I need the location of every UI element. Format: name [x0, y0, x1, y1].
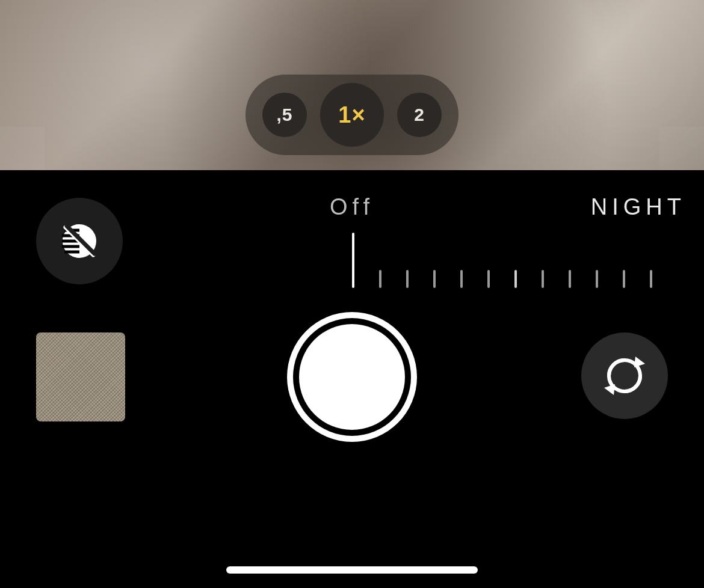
zoom-option-tele[interactable]: 2 — [397, 93, 442, 137]
dial-tick — [542, 270, 544, 288]
last-photo-thumbnail[interactable] — [36, 332, 125, 421]
dial-tick — [623, 270, 625, 288]
filters-off-icon — [58, 220, 100, 262]
zoom-selector: ,5 1× 2 — [245, 75, 459, 155]
zoom-option-label: 2 — [414, 105, 425, 125]
dial-tick — [487, 270, 490, 288]
dial-tick — [460, 270, 463, 288]
night-mode-dial[interactable] — [352, 230, 704, 288]
dial-tick-current — [352, 233, 354, 288]
zoom-option-ultrawide[interactable]: ,5 — [262, 93, 307, 137]
dial-tick — [406, 270, 409, 288]
night-mode-label: NIGHT — [591, 194, 686, 220]
dial-tick — [596, 270, 598, 288]
svg-marker-10 — [634, 357, 645, 367]
svg-marker-11 — [604, 384, 615, 395]
filters-button[interactable] — [36, 198, 123, 284]
dial-tick — [514, 270, 517, 288]
dial-tick — [433, 270, 436, 288]
dial-tick — [379, 270, 381, 288]
night-mode-state: Off — [330, 194, 374, 220]
focus-frame-left — [0, 127, 45, 170]
zoom-option-wide[interactable]: 1× — [320, 83, 384, 147]
flip-camera-icon — [601, 352, 649, 400]
zoom-option-label: 1× — [338, 102, 365, 128]
zoom-option-label: ,5 — [276, 105, 292, 125]
focus-frame-right — [659, 127, 704, 170]
dial-tick — [650, 270, 652, 288]
shutter-button[interactable] — [287, 312, 417, 442]
dial-tick — [569, 270, 571, 288]
flip-camera-button[interactable] — [581, 332, 668, 419]
home-indicator[interactable] — [226, 566, 478, 574]
camera-controls: Off NIGHT — [0, 170, 704, 588]
